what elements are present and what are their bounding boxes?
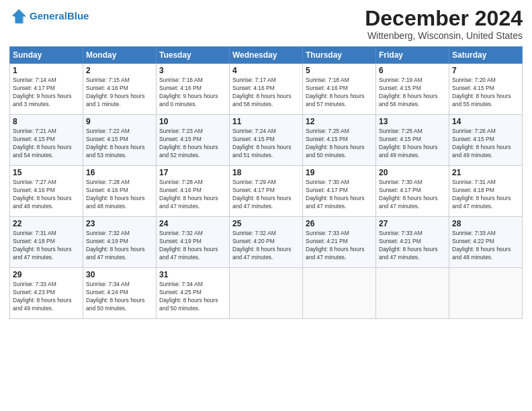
logo-text: GeneralBlue [30,10,89,22]
cell-details: Sunrise: 7:33 AMSunset: 4:21 PMDaylight:… [379,230,446,262]
calendar-cell: 26Sunrise: 7:33 AMSunset: 4:21 PMDayligh… [303,217,376,268]
weekday-header-sunday: Sunday [10,47,83,64]
day-number: 6 [379,66,446,75]
calendar-cell: 5Sunrise: 7:18 AMSunset: 4:16 PMDaylight… [303,64,376,115]
cell-details: Sunrise: 7:29 AMSunset: 4:17 PMDaylight:… [232,179,300,211]
page-header: GeneralBlue December 2024 Wittenberg, Wi… [9,7,523,41]
day-number: 15 [13,168,80,177]
calendar-cell: 13Sunrise: 7:25 AMSunset: 4:15 PMDayligh… [376,115,449,166]
day-number: 31 [159,270,226,279]
cell-details: Sunrise: 7:34 AMSunset: 4:24 PMDaylight:… [86,281,153,313]
day-number: 4 [232,66,300,75]
calendar-cell: 1Sunrise: 7:14 AMSunset: 4:17 PMDaylight… [10,64,83,115]
calendar-cell: 10Sunrise: 7:23 AMSunset: 4:15 PMDayligh… [157,115,230,166]
calendar-cell: 31Sunrise: 7:34 AMSunset: 4:25 PMDayligh… [157,268,230,319]
day-number: 8 [13,117,80,126]
calendar-week-row: 22Sunrise: 7:31 AMSunset: 4:18 PMDayligh… [10,217,523,268]
cell-details: Sunrise: 7:17 AMSunset: 4:16 PMDaylight:… [232,77,300,109]
cell-details: Sunrise: 7:22 AMSunset: 4:15 PMDaylight:… [86,128,153,160]
cell-details: Sunrise: 7:30 AMSunset: 4:17 PMDaylight:… [379,179,446,211]
weekday-header-friday: Friday [376,47,449,64]
cell-details: Sunrise: 7:32 AMSunset: 4:20 PMDaylight:… [232,230,300,262]
day-number: 19 [306,168,373,177]
calendar-cell: 27Sunrise: 7:33 AMSunset: 4:21 PMDayligh… [376,217,449,268]
calendar-cell: 2Sunrise: 7:15 AMSunset: 4:16 PMDaylight… [83,64,157,115]
cell-details: Sunrise: 7:31 AMSunset: 4:18 PMDaylight:… [452,179,519,211]
day-number: 27 [379,219,446,228]
cell-details: Sunrise: 7:26 AMSunset: 4:15 PMDaylight:… [452,128,519,160]
day-number: 23 [86,219,153,228]
day-number: 13 [379,117,446,126]
location: Wittenberg, Wisconsin, United States [365,30,523,41]
calendar-week-row: 29Sunrise: 7:33 AMSunset: 4:23 PMDayligh… [10,268,523,319]
calendar-cell: 15Sunrise: 7:27 AMSunset: 4:16 PMDayligh… [10,166,83,217]
calendar-cell: 12Sunrise: 7:25 AMSunset: 4:15 PMDayligh… [303,115,376,166]
calendar-cell: 4Sunrise: 7:17 AMSunset: 4:16 PMDaylight… [230,64,303,115]
day-number: 29 [13,270,80,279]
calendar-cell [376,268,449,319]
calendar-cell: 7Sunrise: 7:20 AMSunset: 4:15 PMDaylight… [449,64,523,115]
day-number: 16 [86,168,153,177]
month-title: December 2024 [365,7,523,30]
calendar-cell: 28Sunrise: 7:33 AMSunset: 4:22 PMDayligh… [449,217,523,268]
weekday-header-thursday: Thursday [303,47,376,64]
day-number: 24 [159,219,226,228]
calendar-cell: 8Sunrise: 7:21 AMSunset: 4:15 PMDaylight… [10,115,83,166]
cell-details: Sunrise: 7:28 AMSunset: 4:16 PMDaylight:… [86,179,153,211]
cell-details: Sunrise: 7:20 AMSunset: 4:15 PMDaylight:… [452,77,519,109]
calendar-cell: 18Sunrise: 7:29 AMSunset: 4:17 PMDayligh… [230,166,303,217]
day-number: 10 [159,117,226,126]
day-number: 25 [232,219,300,228]
day-number: 18 [232,168,300,177]
calendar-cell: 23Sunrise: 7:32 AMSunset: 4:19 PMDayligh… [83,217,157,268]
cell-details: Sunrise: 7:15 AMSunset: 4:16 PMDaylight:… [86,77,153,109]
day-number: 17 [159,168,226,177]
day-number: 9 [86,117,153,126]
cell-details: Sunrise: 7:34 AMSunset: 4:25 PMDaylight:… [159,281,226,313]
calendar-cell [449,268,523,319]
day-number: 1 [13,66,80,75]
weekday-header-saturday: Saturday [449,47,523,64]
day-number: 21 [452,168,519,177]
calendar-cell: 9Sunrise: 7:22 AMSunset: 4:15 PMDaylight… [83,115,157,166]
cell-details: Sunrise: 7:33 AMSunset: 4:23 PMDaylight:… [13,281,80,313]
calendar-cell: 29Sunrise: 7:33 AMSunset: 4:23 PMDayligh… [10,268,83,319]
calendar-cell: 21Sunrise: 7:31 AMSunset: 4:18 PMDayligh… [449,166,523,217]
cell-details: Sunrise: 7:21 AMSunset: 4:15 PMDaylight:… [13,128,80,160]
weekday-header-tuesday: Tuesday [157,47,230,64]
weekday-header-monday: Monday [83,47,157,64]
cell-details: Sunrise: 7:19 AMSunset: 4:15 PMDaylight:… [379,77,446,109]
weekday-header-row: SundayMondayTuesdayWednesdayThursdayFrid… [10,47,523,64]
day-number: 28 [452,219,519,228]
calendar-cell: 16Sunrise: 7:28 AMSunset: 4:16 PMDayligh… [83,166,157,217]
cell-details: Sunrise: 7:23 AMSunset: 4:15 PMDaylight:… [159,128,226,160]
day-number: 26 [306,219,373,228]
calendar-cell: 20Sunrise: 7:30 AMSunset: 4:17 PMDayligh… [376,166,449,217]
cell-details: Sunrise: 7:16 AMSunset: 4:16 PMDaylight:… [159,77,226,109]
calendar-week-row: 8Sunrise: 7:21 AMSunset: 4:15 PMDaylight… [10,115,523,166]
day-number: 14 [452,117,519,126]
cell-details: Sunrise: 7:30 AMSunset: 4:17 PMDaylight:… [306,179,373,211]
cell-details: Sunrise: 7:33 AMSunset: 4:22 PMDaylight:… [452,230,519,262]
cell-details: Sunrise: 7:32 AMSunset: 4:19 PMDaylight:… [159,230,226,262]
cell-details: Sunrise: 7:31 AMSunset: 4:18 PMDaylight:… [13,230,80,262]
calendar-cell: 14Sunrise: 7:26 AMSunset: 4:15 PMDayligh… [449,115,523,166]
title-block: December 2024 Wittenberg, Wisconsin, Uni… [365,7,523,41]
calendar-week-row: 15Sunrise: 7:27 AMSunset: 4:16 PMDayligh… [10,166,523,217]
cell-details: Sunrise: 7:25 AMSunset: 4:15 PMDaylight:… [306,128,373,160]
calendar-cell: 17Sunrise: 7:28 AMSunset: 4:16 PMDayligh… [157,166,230,217]
day-number: 11 [232,117,300,126]
day-number: 12 [306,117,373,126]
calendar-cell: 3Sunrise: 7:16 AMSunset: 4:16 PMDaylight… [157,64,230,115]
calendar-cell [303,268,376,319]
logo-line1: General [30,10,67,21]
cell-details: Sunrise: 7:32 AMSunset: 4:19 PMDaylight:… [86,230,153,262]
calendar-table: SundayMondayTuesdayWednesdayThursdayFrid… [9,46,523,319]
day-number: 5 [306,66,373,75]
calendar-cell: 30Sunrise: 7:34 AMSunset: 4:24 PMDayligh… [83,268,157,319]
day-number: 30 [86,270,153,279]
day-number: 3 [159,66,226,75]
logo-icon [9,7,28,26]
cell-details: Sunrise: 7:18 AMSunset: 4:16 PMDaylight:… [306,77,373,109]
day-number: 7 [452,66,519,75]
